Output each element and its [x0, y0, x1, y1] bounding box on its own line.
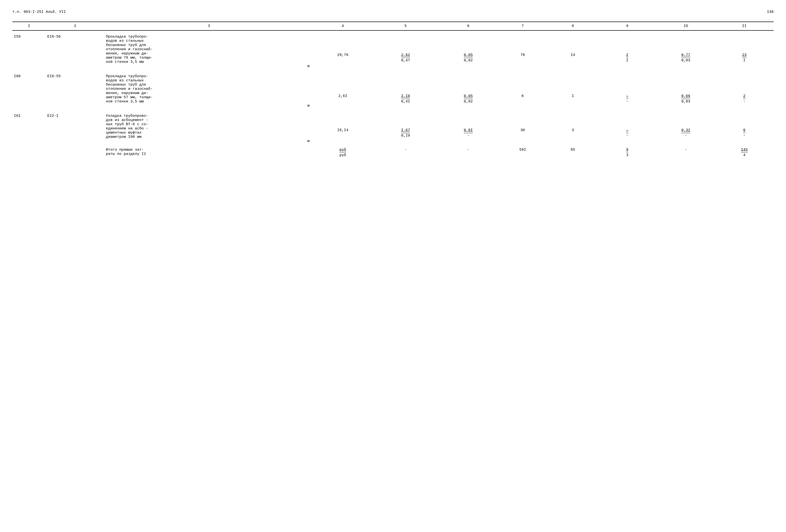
col-header-6: 6	[439, 22, 498, 30]
total-col8: 85	[548, 144, 598, 158]
header-center: I48	[767, 10, 773, 14]
row-description: Укладка трубопрово- дов из асбоцемент - …	[105, 109, 314, 144]
row-col9: — -	[598, 109, 656, 144]
total-col9: 9 3	[598, 144, 656, 158]
row-col10: 0,77 0,03	[656, 30, 715, 69]
row-col6: 0,05 0,02	[439, 30, 498, 69]
page-header: т.п. 903-I-25I Альб. УII I48	[13, 10, 773, 14]
row-col5: 2,62 0,47	[372, 30, 439, 69]
row-col8: I4	[548, 30, 598, 69]
row-code: Е22-I	[46, 109, 105, 144]
row-col4: I8,I4	[314, 109, 372, 144]
total-col4: руб руб	[314, 144, 372, 158]
col-header-11: II	[715, 22, 773, 30]
col-header-1: I	[13, 22, 46, 30]
col-header-5: 5	[372, 22, 439, 30]
main-table: I 2 3 4 5 6 7 8 9 IO II I59 ЕI6-56 Прокл…	[13, 22, 773, 158]
row-code: ЕI6-55	[46, 69, 105, 109]
table-row: I59 ЕI6-56 Прокладка трубопро- водов из …	[13, 30, 773, 69]
row-col4: 2,6I	[314, 69, 372, 109]
total-col10: -	[656, 144, 715, 158]
col-header-4: 4	[314, 22, 372, 30]
row-col7: 78	[498, 30, 548, 69]
row-col4: 29,76	[314, 30, 372, 69]
column-headers: I 2 3 4 5 6 7 8 9 IO II	[13, 22, 773, 30]
row-col11: 23 I	[715, 30, 773, 69]
row-col6: 0,05 0,02	[439, 69, 498, 109]
col-header-3: 3	[105, 22, 314, 30]
row-col9: 2 I	[598, 30, 656, 69]
row-id: I60	[13, 69, 46, 109]
total-col6: -	[439, 144, 498, 158]
total-label: Итого прямые зат- раты по разделу I2	[105, 144, 314, 158]
col-header-2: 2	[46, 22, 105, 30]
row-col7: 6	[498, 69, 548, 109]
row-description: Прокладка трубопро- водов из стальных бе…	[105, 30, 314, 69]
row-col8: 3	[548, 109, 598, 144]
row-col11: 6 -	[715, 109, 773, 144]
col-header-10: IO	[656, 22, 715, 30]
row-col9: — -	[598, 69, 656, 109]
row-col7: 30	[498, 109, 548, 144]
row-id: I59	[13, 30, 46, 69]
col-header-9: 9	[598, 22, 656, 30]
row-col5: I,67 0,I9	[372, 109, 439, 144]
table-row: I60 ЕI6-55 Прокладка трубопро- водов из …	[13, 69, 773, 109]
total-col11: I45 4	[715, 144, 773, 158]
row-id: I6I	[13, 109, 46, 144]
total-col5: -	[372, 144, 439, 158]
row-code: ЕI6-56	[46, 30, 105, 69]
col-header-8: 8	[548, 22, 598, 30]
col-header-7: 7	[498, 22, 548, 30]
row-col5: 2,I8 0,4I	[372, 69, 439, 109]
total-col7: 59I	[498, 144, 548, 158]
row-description: Прокладка трубопро- водов из стальных бе…	[105, 69, 314, 109]
row-col8: I	[548, 69, 598, 109]
total-row: Итого прямые зат- раты по разделу I2 руб…	[13, 144, 773, 158]
row-col10: 0,32 -	[656, 109, 715, 144]
row-col11: 2 -	[715, 69, 773, 109]
table-row: I6I Е22-I Укладка трубопрово- дов из асб…	[13, 109, 773, 144]
row-col10: 0,66 0,03	[656, 69, 715, 109]
row-col6: 0,0I -	[439, 109, 498, 144]
header-left: т.п. 903-I-25I Альб. УII	[13, 10, 66, 14]
